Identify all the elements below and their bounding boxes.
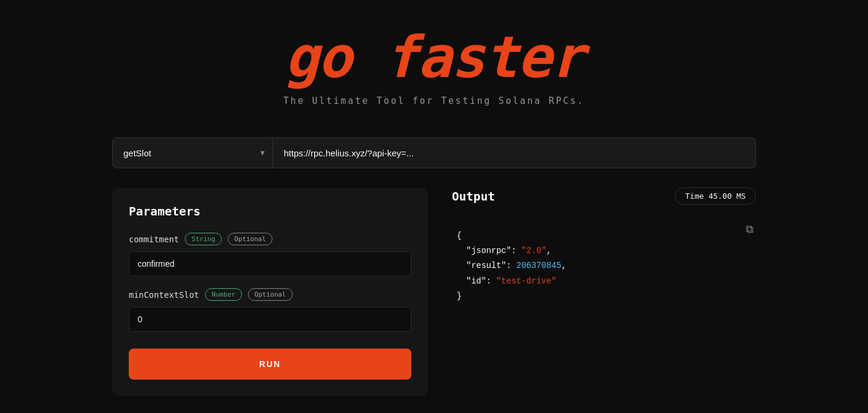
- copy-button[interactable]: ⧉: [743, 221, 756, 238]
- code-line-jsonrpc: "jsonrpc": "2.0",: [452, 244, 756, 258]
- param-label-row-mincontextslot: minContextSlot Number Optional: [129, 288, 411, 301]
- code-line-id: "id": "test-drive": [452, 274, 756, 289]
- badge-number-mincontextslot: Number: [205, 288, 242, 301]
- output-code: { "jsonrpc": "2.0", "result": 206370845,…: [452, 219, 756, 313]
- header: go faster The Ultimate Tool for Testing …: [0, 0, 868, 125]
- url-input[interactable]: [273, 137, 756, 168]
- code-close-brace: }: [452, 289, 756, 304]
- param-label-row-commitment: commitment String Optional: [129, 233, 411, 245]
- parameters-title: Parameters: [129, 204, 411, 218]
- parameters-panel: Parameters commitment String Optional mi…: [112, 187, 428, 396]
- commitment-input[interactable]: [129, 251, 411, 276]
- output-header: Output Time 45.00 MS: [452, 187, 756, 205]
- run-button[interactable]: RUN: [129, 349, 411, 380]
- output-title: Output: [452, 189, 495, 204]
- badge-string-commitment: String: [185, 233, 222, 245]
- page-title: go faster: [0, 29, 868, 86]
- page-subtitle: The Ultimate Tool for Testing Solana RPC…: [0, 95, 868, 106]
- output-panel: Output Time 45.00 MS ⧉ { "jsonrpc": "2.0…: [428, 187, 756, 396]
- param-name-commitment: commitment: [129, 235, 179, 244]
- badge-optional-mincontextslot: Optional: [248, 288, 293, 301]
- param-name-mincontextslot: minContextSlot: [129, 290, 199, 300]
- param-row-mincontextslot: minContextSlot Number Optional: [129, 288, 411, 332]
- main-content: Parameters commitment String Optional mi…: [0, 187, 868, 396]
- param-row-commitment: commitment String Optional: [129, 233, 411, 276]
- method-select[interactable]: getSlot getBalance getBlock getTransacti…: [112, 137, 273, 168]
- mincontextslot-input[interactable]: [129, 307, 411, 332]
- controls-row: getSlot getBalance getBlock getTransacti…: [0, 137, 868, 168]
- method-select-wrapper: getSlot getBalance getBlock getTransacti…: [112, 137, 273, 168]
- code-open-brace: {: [452, 229, 756, 244]
- code-line-result: "result": 206370845,: [452, 258, 756, 273]
- time-badge: Time 45.00 MS: [675, 187, 756, 205]
- badge-optional-commitment: Optional: [228, 233, 272, 245]
